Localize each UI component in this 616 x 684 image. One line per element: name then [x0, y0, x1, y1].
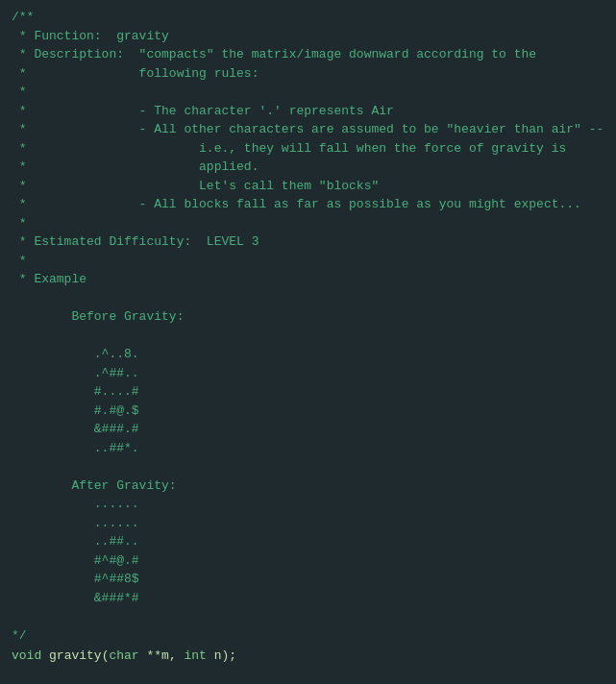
void-keyword: void: [12, 647, 41, 666]
code-line: [0, 457, 616, 476]
code-line: * - All blocks fall as far as possible a…: [0, 195, 616, 214]
code-line: ..##..: [0, 532, 616, 551]
param2-type: int: [185, 647, 207, 666]
open-paren: (: [102, 647, 110, 666]
code-line: * - The character '.' represents Air: [0, 102, 616, 121]
code-line: ......: [0, 495, 616, 514]
comma: ,: [169, 647, 185, 666]
code-line: ......: [0, 514, 616, 533]
param1-name: **m: [146, 647, 168, 666]
code-line: */: [0, 626, 616, 646]
code-line: [0, 327, 616, 346]
code-line: * i.e., they will fall when the force of…: [0, 139, 616, 159]
space2: [139, 647, 147, 666]
space: [41, 647, 49, 666]
function-signature-line: void gravity ( char **m , int n );: [0, 647, 616, 666]
code-line: ..##*.: [0, 439, 616, 458]
code-line: [0, 289, 616, 308]
code-line: Before Gravity:: [0, 307, 616, 327]
close-paren-semicolon: );: [222, 647, 237, 666]
code-line: /**: [0, 8, 616, 27]
code-line: *: [0, 83, 616, 102]
code-line: * Estimated Difficulty: LEVEL 3: [0, 232, 616, 252]
code-line: #.#@.$: [0, 402, 616, 421]
code-editor: /** * Function: gravity * Description: "…: [0, 0, 616, 684]
code-line: * Function: gravity: [0, 27, 616, 46]
code-line: After Gravity:: [0, 476, 616, 496]
code-line: #....#: [0, 382, 616, 402]
code-line: .^..8.: [0, 345, 616, 364]
code-line: #^#@.#: [0, 551, 616, 571]
function-name: gravity: [49, 647, 102, 666]
code-line: * following rules:: [0, 64, 616, 84]
code-line: *: [0, 252, 616, 271]
code-line: &###.#: [0, 420, 616, 439]
space3: [207, 647, 214, 666]
code-line: .^##..: [0, 364, 616, 383]
code-line: * Let's call them "blocks": [0, 177, 616, 196]
param2-name: n: [214, 647, 222, 666]
code-line: *: [0, 214, 616, 233]
code-line: * applied.: [0, 158, 616, 177]
code-line: * Description: "compacts" the matrix/ima…: [0, 45, 616, 64]
code-line: &###*#: [0, 589, 616, 608]
param1-type: char: [109, 647, 138, 666]
code-line: * Example: [0, 270, 616, 289]
code-line: #^##8$: [0, 570, 616, 589]
code-line: [0, 607, 616, 626]
code-line: * - All other characters are assumed to …: [0, 120, 616, 139]
